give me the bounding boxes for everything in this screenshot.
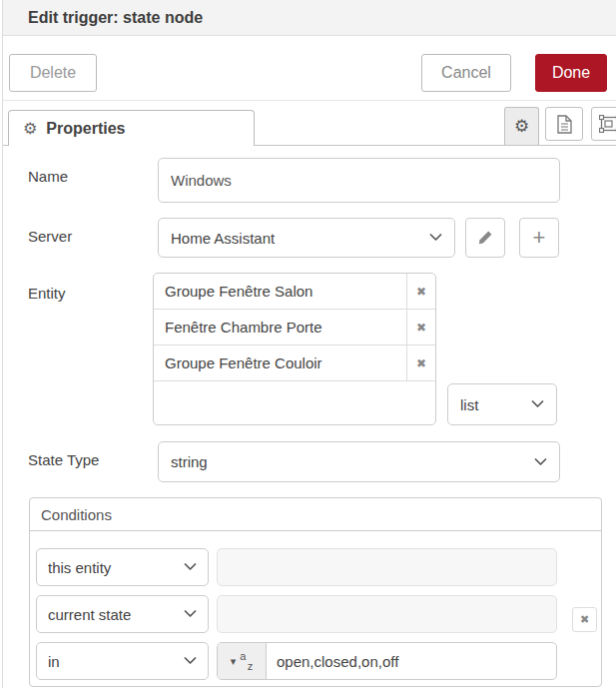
condition-property-value: this entity — [48, 559, 111, 576]
condition-property-value: current state — [48, 606, 131, 623]
tab-properties[interactable]: ⚙ Properties — [8, 110, 255, 146]
entity-item-label: Groupe Fenêtre Couloir — [154, 345, 406, 380]
string-type-icon: a z — [240, 652, 253, 670]
close-icon: ✖ — [416, 321, 426, 335]
gear-icon: ⚙ — [23, 119, 37, 138]
entity-row: Fenêtre Chambre Porte ✖ — [154, 310, 435, 345]
close-icon: ✖ — [580, 613, 589, 626]
object-group-icon — [599, 115, 616, 133]
description-tab-button[interactable] — [545, 107, 583, 141]
condition-typed-input: ▾ a z open,closed,on,off — [217, 642, 557, 680]
edit-server-button[interactable] — [465, 218, 505, 258]
delete-button[interactable]: Delete — [9, 54, 97, 92]
state-type-label: State Type — [28, 451, 99, 468]
cancel-button[interactable]: Cancel — [421, 54, 511, 92]
pencil-icon — [477, 230, 493, 246]
remove-condition-button[interactable]: ✖ — [572, 607, 597, 632]
dialog-title: Edit trigger: state node — [3, 0, 616, 36]
name-value: Windows — [171, 172, 232, 189]
tray-left-border — [2, 0, 3, 688]
condition-property-select[interactable]: current state — [36, 595, 209, 633]
entity-item-label: Groupe Fenêtre Salon — [154, 274, 406, 309]
chevron-down-icon — [184, 563, 197, 571]
condition-value-input — [217, 548, 557, 586]
close-icon: ✖ — [416, 356, 426, 370]
chevron-down-icon — [429, 234, 442, 242]
name-label: Name — [28, 168, 68, 185]
entity-add-input[interactable] — [154, 381, 435, 425]
conditions-title: Conditions — [30, 498, 601, 531]
remove-entity-button[interactable]: ✖ — [406, 310, 435, 344]
entity-item-label: Fenêtre Chambre Porte — [154, 310, 406, 344]
server-value: Home Assistant — [171, 230, 275, 247]
edit-trigger-dialog: Edit trigger: state node Delete Cancel D… — [0, 0, 616, 688]
server-label: Server — [28, 228, 72, 245]
remove-entity-button[interactable]: ✖ — [406, 274, 435, 309]
entity-add-value — [154, 381, 435, 425]
entity-label: Entity — [28, 285, 66, 302]
entity-mode-select[interactable]: list — [447, 383, 557, 425]
add-server-button[interactable]: + — [519, 218, 559, 258]
chevron-down-icon — [184, 657, 197, 665]
entity-mode-value: list — [460, 396, 478, 413]
conditions-section: Conditions this entity current state ✖ i… — [29, 497, 602, 687]
chevron-down-icon — [531, 400, 544, 408]
condition-value-input[interactable]: open,closed,on,off — [267, 643, 556, 679]
az-letter-z: z — [248, 660, 254, 672]
entity-row: Groupe Fenêtre Salon ✖ — [154, 274, 435, 310]
done-button[interactable]: Done — [535, 54, 607, 92]
entity-list: Groupe Fenêtre Salon ✖ Fenêtre Chambre P… — [153, 273, 436, 425]
remove-entity-button[interactable]: ✖ — [406, 345, 435, 380]
az-letter-a: a — [240, 650, 246, 662]
appearance-tab-button[interactable] — [591, 107, 616, 141]
name-input[interactable]: Windows — [158, 158, 560, 203]
condition-property-select[interactable]: in — [36, 642, 209, 680]
chevron-down-icon — [534, 458, 547, 466]
typed-input-type-button[interactable]: ▾ a z — [218, 643, 267, 679]
document-icon — [557, 115, 572, 134]
condition-property-select[interactable]: this entity — [36, 548, 209, 586]
properties-tab-button[interactable]: ⚙ — [504, 107, 539, 145]
server-select[interactable]: Home Assistant — [158, 218, 455, 258]
condition-value-input — [217, 595, 557, 633]
state-type-value: string — [171, 453, 208, 470]
caret-down-icon: ▾ — [231, 655, 237, 668]
gear-icon: ⚙ — [514, 116, 529, 137]
condition-property-value: in — [48, 653, 60, 670]
plus-icon: + — [533, 225, 546, 251]
close-icon: ✖ — [416, 285, 426, 299]
tab-properties-label: Properties — [46, 120, 125, 138]
condition-value: open,closed,on,off — [277, 653, 398, 670]
entity-row: Groupe Fenêtre Couloir ✖ — [154, 345, 435, 381]
state-type-select[interactable]: string — [158, 441, 560, 482]
chevron-down-icon — [184, 610, 197, 618]
toolbar-divider — [3, 100, 616, 101]
